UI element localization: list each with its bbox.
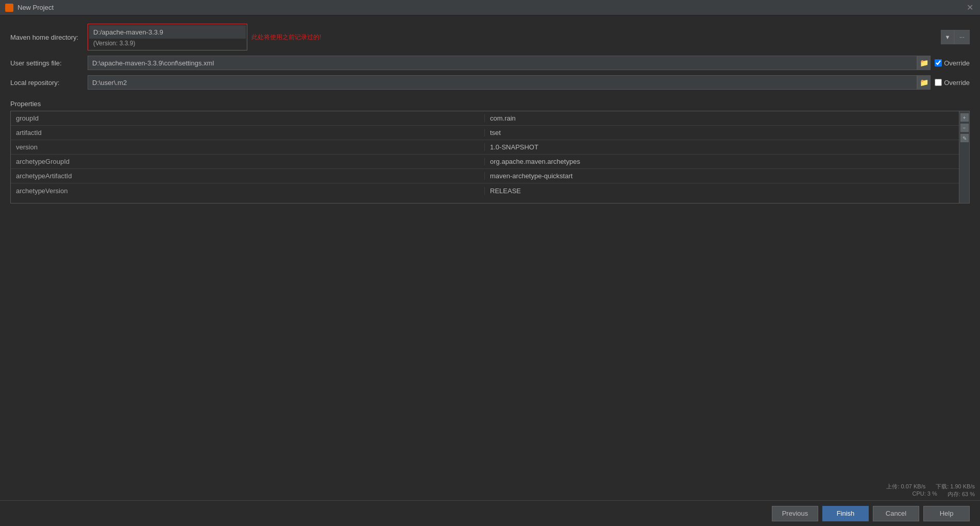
- help-button[interactable]: Help: [923, 506, 970, 521]
- cancel-button[interactable]: Cancel: [873, 506, 919, 521]
- local-repo-input[interactable]: [88, 75, 917, 90]
- local-repo-label: Local repository:: [10, 79, 88, 87]
- prop-value: com.rain: [485, 114, 959, 122]
- cpu-status: CPU: 3 %: [913, 490, 937, 498]
- title-bar: New Project ✕: [0, 0, 980, 15]
- prop-key: archetypeArtifactId: [11, 172, 485, 180]
- status-bar: 上传: 0.07 KB/s 下载: 1.90 KB/s CPU: 3 % 内存:…: [881, 481, 980, 500]
- prop-value: org.apache.maven.archetypes: [485, 158, 959, 165]
- local-repo-override-label[interactable]: Override: [944, 79, 970, 87]
- user-settings-input[interactable]: [88, 56, 917, 70]
- local-repo-override-wrapper: Override: [935, 79, 970, 87]
- close-button[interactable]: ✕: [965, 3, 975, 13]
- local-repo-override-checkbox[interactable]: [935, 79, 942, 86]
- button-bar: Previous Finish Cancel Help: [0, 500, 980, 526]
- user-settings-override-label[interactable]: Override: [944, 59, 970, 67]
- previous-button[interactable]: Previous: [772, 506, 818, 521]
- properties-table-container: groupId com.rain artifactId tset version…: [10, 111, 959, 203]
- dialog-content: Maven home directory: (Version: 3.3.9) 此…: [0, 15, 980, 203]
- remove-property-btn[interactable]: −: [960, 124, 969, 132]
- table-row: groupId com.rain: [11, 111, 959, 126]
- table-row: version 1.0-SNAPSHOT: [11, 140, 959, 155]
- maven-home-dots-btn[interactable]: ···: [954, 30, 970, 44]
- user-settings-row: User settings file: 📁 Override: [10, 56, 970, 70]
- memory-status: 内存: 63 %: [948, 490, 975, 498]
- table-row: artifactId tset: [11, 126, 959, 140]
- table-row: archetypeVersion RELEASE: [11, 183, 959, 198]
- properties-table: groupId com.rain artifactId tset version…: [11, 111, 959, 198]
- prop-value: tset: [485, 129, 959, 137]
- maven-home-input[interactable]: [89, 25, 246, 39]
- prop-value: RELEASE: [485, 187, 959, 195]
- add-property-btn[interactable]: +: [960, 113, 969, 122]
- properties-section-label: Properties: [10, 95, 970, 111]
- app-icon: [5, 4, 13, 12]
- prop-key: groupId: [11, 114, 485, 122]
- user-settings-folder-btn[interactable]: 📁: [917, 56, 931, 70]
- maven-version-text: (Version: 3.3.9): [89, 39, 246, 49]
- warning-text: 此处将使用之前记录过的!: [251, 33, 321, 42]
- maven-home-wrapper: (Version: 3.3.9): [88, 24, 247, 50]
- user-settings-label: User settings file:: [10, 59, 88, 67]
- prop-key: artifactId: [11, 129, 485, 137]
- local-repo-row: Local repository: 📁 Override: [10, 75, 970, 90]
- maven-home-dropdown-btn[interactable]: ▼: [941, 30, 954, 44]
- download-status: 下载: 1.90 KB/s: [936, 483, 975, 490]
- dialog-title: New Project: [18, 4, 54, 11]
- prop-key: archetypeVersion: [11, 187, 485, 195]
- properties-side-controls: + − ✎: [959, 111, 970, 203]
- user-settings-override-wrapper: Override: [935, 59, 970, 67]
- prop-key: version: [11, 143, 485, 151]
- maven-home-row: Maven home directory: (Version: 3.3.9) 此…: [10, 24, 970, 50]
- status-line-2: CPU: 3 % 内存: 63 %: [886, 490, 975, 498]
- local-repo-folder-btn[interactable]: 📁: [917, 75, 931, 90]
- properties-container: groupId com.rain artifactId tset version…: [10, 111, 970, 203]
- table-row: archetypeArtifactId maven-archetype-quic…: [11, 169, 959, 183]
- finish-button[interactable]: Finish: [822, 506, 869, 521]
- prop-value: 1.0-SNAPSHOT: [485, 143, 959, 151]
- prop-value: maven-archetype-quickstart: [485, 172, 959, 180]
- maven-home-label: Maven home directory:: [10, 33, 88, 41]
- table-row: archetypeGroupId org.apache.maven.archet…: [11, 155, 959, 169]
- prop-key: archetypeGroupId: [11, 158, 485, 165]
- upload-status: 上传: 0.07 KB/s: [886, 483, 925, 490]
- status-line-1: 上传: 0.07 KB/s 下载: 1.90 KB/s: [886, 483, 975, 490]
- edit-property-btn[interactable]: ✎: [960, 134, 969, 142]
- user-settings-override-checkbox[interactable]: [935, 59, 942, 66]
